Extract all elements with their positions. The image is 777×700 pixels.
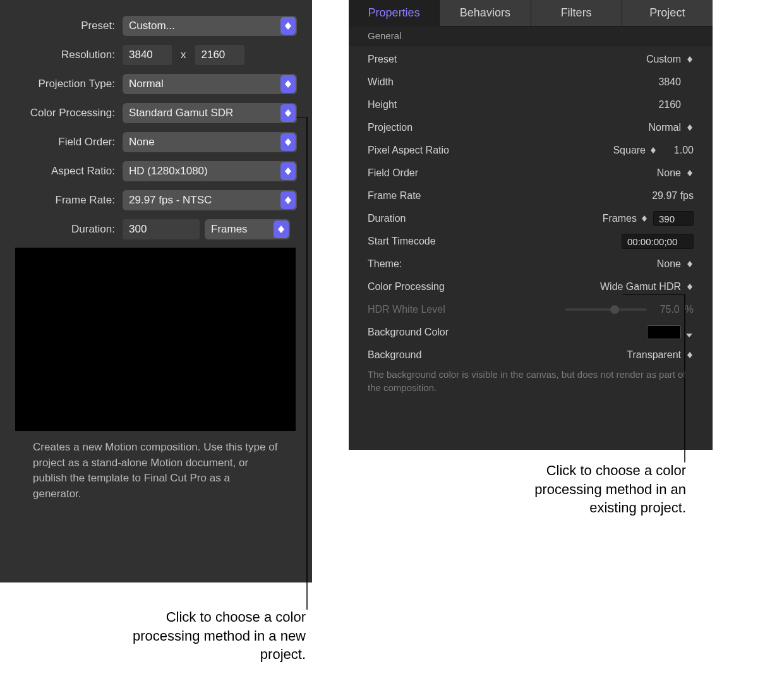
stepper-arrows-icon — [280, 162, 296, 180]
aspect-ratio-value: HD (1280x1080) — [129, 165, 208, 178]
prop-row-height: Height 2160 — [349, 94, 713, 116]
preset-select[interactable]: Custom... — [123, 16, 297, 36]
prop-row-width: Width 3840 — [349, 71, 713, 94]
prop-row-color-processing: Color Processing Wide Gamut HDR — [349, 275, 713, 298]
stepper-arrows-icon — [641, 214, 648, 224]
stepper-arrows-icon — [280, 191, 296, 209]
preset-value: Custom... — [129, 20, 175, 32]
tab-properties[interactable]: Properties — [349, 0, 440, 27]
tab-filters[interactable]: Filters — [531, 0, 622, 27]
section-header-general[interactable]: General — [349, 27, 713, 45]
prop-row-background: Background Transparent — [349, 344, 713, 366]
theme-popup[interactable]: None — [653, 258, 694, 270]
canvas-preview — [15, 248, 296, 431]
hdr-white-level-slider — [565, 308, 647, 311]
duration-input[interactable] — [123, 219, 200, 239]
hdr-white-level-value: 75.0 — [652, 304, 680, 315]
field-order-popup[interactable]: None — [653, 167, 694, 179]
prop-row-theme: Theme: None — [349, 253, 713, 275]
height-value[interactable]: 2160 — [653, 99, 681, 111]
prop-label: Projection — [368, 122, 648, 133]
prop-row-duration: Duration Frames — [349, 207, 713, 230]
resolution-label: Resolution: — [15, 49, 123, 61]
stepper-arrows-icon — [686, 350, 694, 360]
frame-rate-value[interactable]: 29.97 fps — [643, 190, 694, 202]
prop-row-field-order: Field Order None — [349, 162, 713, 184]
stepper-arrows-icon — [274, 220, 289, 238]
prop-label: Theme: — [368, 258, 653, 270]
color-processing-select[interactable]: Standard Gamut SDR — [123, 103, 297, 123]
tab-project[interactable]: Project — [622, 0, 713, 27]
background-popup[interactable]: Transparent — [627, 349, 694, 361]
prop-row-start-timecode: Start Timecode — [349, 230, 713, 253]
prop-label: Height — [368, 99, 653, 111]
x-separator: x — [177, 49, 190, 61]
duration-unit-popup[interactable]: Frames — [603, 213, 648, 224]
aspect-ratio-select[interactable]: HD (1280x1080) — [123, 161, 297, 181]
prop-row-projection: Projection Normal — [349, 116, 713, 139]
inspector-panel: Properties Behaviors Filters Project Gen… — [349, 0, 713, 450]
prop-row-pixel-aspect-ratio: Pixel Aspect Ratio Square 1.00 — [349, 139, 713, 162]
percent-suffix: % — [685, 304, 694, 315]
duration-unit-select[interactable]: Frames — [205, 219, 290, 239]
stepper-arrows-icon — [649, 145, 657, 155]
prop-value-text: None — [653, 258, 681, 270]
stepper-arrows-icon — [686, 168, 694, 178]
prop-value-text: Frames — [603, 213, 637, 224]
preset-label: Preset: — [15, 20, 123, 32]
prop-row-frame-rate: Frame Rate 29.97 fps — [349, 184, 713, 207]
prop-label: Color Processing — [368, 281, 600, 293]
par-number[interactable]: 1.00 — [662, 145, 694, 156]
prop-value-text: None — [653, 167, 681, 179]
resolution-height-input[interactable] — [195, 45, 244, 65]
duration-unit-value: Frames — [211, 223, 248, 236]
duration-value-input[interactable] — [653, 211, 694, 226]
resolution-width-input[interactable] — [123, 45, 172, 65]
prop-label: Background Color — [368, 327, 647, 338]
prop-value-text: Normal — [648, 122, 681, 133]
new-project-panel: Preset: Custom... Resolution: x Projecti… — [0, 0, 312, 582]
color-processing-popup[interactable]: Wide Gamut HDR — [600, 281, 694, 293]
stepper-arrows-icon — [686, 259, 694, 269]
stepper-arrows-icon — [280, 133, 296, 151]
preset-popup[interactable]: Custom — [646, 54, 694, 65]
par-popup[interactable]: Square — [613, 145, 657, 156]
stepper-arrows-icon — [280, 75, 296, 93]
aspect-ratio-label: Aspect Ratio: — [15, 165, 123, 178]
frame-rate-value: 29.97 fps - NTSC — [129, 194, 212, 207]
stepper-arrows-icon — [280, 104, 296, 122]
inspector-tab-bar: Properties Behaviors Filters Project — [349, 0, 713, 27]
prop-value-text: Square — [613, 145, 646, 156]
background-color-swatch[interactable] — [647, 325, 681, 339]
prop-row-background-color: Background Color — [349, 321, 713, 344]
projection-type-value: Normal — [129, 78, 164, 90]
projection-popup[interactable]: Normal — [648, 122, 694, 133]
prop-label: Start Timecode — [368, 236, 622, 247]
stepper-arrows-icon — [686, 282, 694, 292]
stepper-arrows-icon — [686, 54, 694, 64]
prop-label: Pixel Aspect Ratio — [368, 145, 613, 156]
callout-left: Click to choose a color processing metho… — [129, 608, 306, 664]
prop-label: Preset — [368, 54, 646, 65]
frame-rate-select[interactable]: 29.97 fps - NTSC — [123, 190, 297, 210]
prop-label: Duration — [368, 213, 603, 224]
frame-rate-label: Frame Rate: — [15, 194, 123, 207]
prop-label: Frame Rate — [368, 190, 643, 202]
callout-right: Click to choose a color processing metho… — [503, 461, 686, 517]
duration-label: Duration: — [15, 223, 123, 236]
prop-value-text: Transparent — [627, 349, 681, 361]
chevron-down-icon[interactable] — [686, 329, 694, 336]
field-order-value: None — [129, 136, 155, 148]
background-hint: The background color is visible in the c… — [349, 366, 713, 402]
field-order-label: Field Order: — [15, 136, 123, 148]
start-timecode-input[interactable] — [622, 234, 694, 249]
stepper-arrows-icon — [686, 123, 694, 133]
width-value[interactable]: 3840 — [653, 76, 681, 88]
new-project-description: Creates a new Motion composition. Use th… — [15, 440, 280, 502]
projection-type-label: Projection Type: — [15, 78, 123, 90]
slider-thumb — [610, 305, 619, 314]
stepper-arrows-icon — [280, 17, 296, 35]
field-order-select[interactable]: None — [123, 132, 297, 152]
projection-type-select[interactable]: Normal — [123, 74, 297, 94]
tab-behaviors[interactable]: Behaviors — [440, 0, 531, 27]
